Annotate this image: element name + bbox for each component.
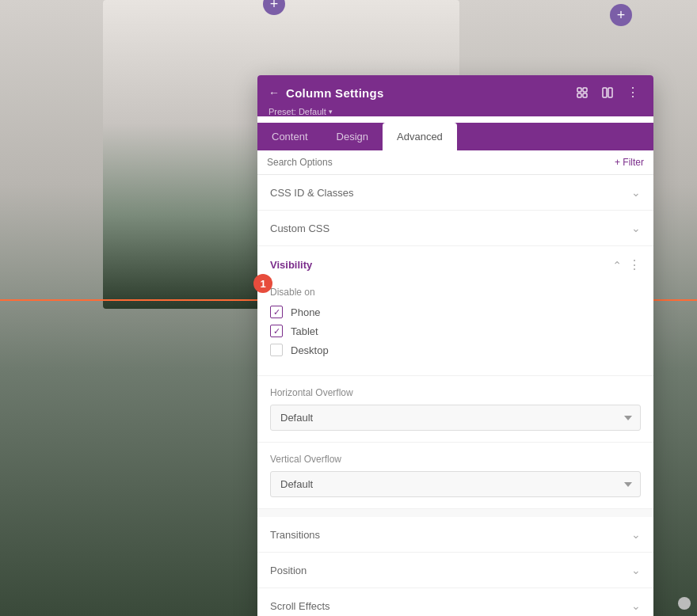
horizontal-overflow-select[interactable]: Default Hidden Scroll Auto Visible [270, 405, 641, 431]
panel-tabs: Content Design Advanced [257, 123, 653, 150]
chevron-down-icon: ⌄ [631, 599, 641, 612]
chevron-down-icon: ⌄ [631, 186, 641, 199]
panel-header-top: ← Column Settings [269, 83, 642, 102]
panel-body: + Filter CSS ID & Classes ⌄ Custom CSS ⌄… [257, 150, 653, 616]
custom-css-section[interactable]: Custom CSS ⌄ [257, 211, 653, 246]
checkbox-phone-label: Phone [291, 306, 321, 318]
column-settings-panel: ← Column Settings [257, 75, 653, 616]
svg-rect-0 [577, 88, 581, 92]
add-right-button[interactable]: + [610, 4, 632, 26]
visibility-header-right: ⌄ ⋮ [612, 257, 641, 272]
checkbox-tablet: ✓ Tablet [270, 325, 641, 337]
scroll-effects-section[interactable]: Scroll Effects ⌄ [257, 588, 653, 616]
resize-handle[interactable] [678, 597, 691, 610]
filter-button[interactable]: + Filter [615, 157, 644, 168]
panel-header-actions: ⋮ [573, 83, 642, 102]
svg-rect-5 [608, 88, 612, 97]
checkbox-desktop: Desktop [270, 344, 641, 356]
horizontal-overflow-section: Horizontal Overflow Default Hidden Scrol… [257, 376, 653, 443]
panel-title-area: ← Column Settings [269, 86, 384, 100]
visibility-content: Disable on ✓ Phone ✓ Tablet Desktop [257, 283, 653, 375]
panel-title: Column Settings [286, 86, 384, 100]
notification-badge: 1 [253, 274, 272, 293]
search-bar: + Filter [257, 150, 653, 175]
checkbox-tablet-label: Tablet [291, 325, 318, 337]
columns-icon[interactable] [598, 83, 617, 102]
svg-rect-3 [583, 93, 587, 97]
preset-label[interactable]: Preset: Default ▾ [269, 107, 642, 116]
disable-on-label: Disable on [270, 287, 641, 298]
css-id-classes-section[interactable]: CSS ID & Classes ⌄ [257, 175, 653, 211]
panel-header: ← Column Settings [257, 75, 653, 116]
chevron-down-icon: ⌄ [631, 528, 641, 541]
checkbox-phone-box[interactable]: ✓ [270, 306, 283, 318]
back-arrow-icon[interactable]: ← [269, 86, 280, 99]
gap-row [257, 509, 653, 517]
position-section[interactable]: Position ⌄ [257, 553, 653, 588]
horizontal-overflow-label: Horizontal Overflow [270, 387, 641, 398]
more-options-icon[interactable]: ⋮ [623, 83, 642, 102]
vertical-overflow-section: Vertical Overflow Default Hidden Scroll … [257, 443, 653, 509]
checkbox-desktop-label: Desktop [291, 344, 329, 356]
chevron-down-icon: ⌄ [631, 222, 641, 234]
vertical-overflow-label: Vertical Overflow [270, 454, 641, 465]
expand-icon[interactable] [573, 83, 592, 102]
svg-rect-2 [577, 93, 581, 97]
visibility-header: Visibility ⌄ ⋮ [257, 246, 653, 283]
vertical-overflow-select[interactable]: Default Hidden Scroll Auto Visible [270, 471, 641, 497]
checkbox-tablet-box[interactable]: ✓ [270, 325, 283, 337]
tab-content[interactable]: Content [257, 123, 322, 150]
chevron-up-icon[interactable]: ⌄ [612, 259, 622, 272]
visibility-section: Visibility ⌄ ⋮ Disable on ✓ Phone ✓ [257, 246, 653, 376]
chevron-down-icon: ⌄ [631, 564, 641, 576]
svg-rect-4 [603, 88, 607, 97]
tab-design[interactable]: Design [322, 123, 383, 150]
transitions-section[interactable]: Transitions ⌄ [257, 517, 653, 553]
visibility-title: Visibility [270, 259, 312, 271]
checkbox-desktop-box[interactable] [270, 344, 283, 356]
checkbox-phone: ✓ Phone [270, 306, 641, 318]
visibility-more-icon[interactable]: ⋮ [628, 257, 641, 272]
tab-advanced[interactable]: Advanced [383, 123, 457, 150]
search-input[interactable] [267, 157, 615, 168]
svg-rect-1 [583, 88, 587, 92]
